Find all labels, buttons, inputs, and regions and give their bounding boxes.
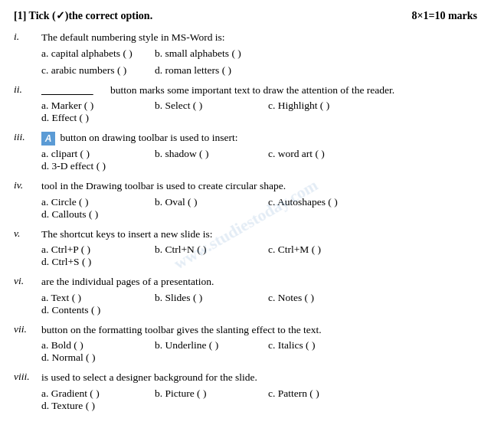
- q1-opt-c: c. arabic numbers ( ): [41, 64, 141, 77]
- question-7: vii. button on the formatting toolbar gi…: [14, 322, 477, 365]
- q2-opt-d: d. Effect ( ): [41, 112, 141, 124]
- q6-opt-b: b. Slides ( ): [155, 292, 254, 304]
- q2-options: a. Marker ( ) b. Select ( ) c. Highlight…: [41, 100, 477, 124]
- q4-options: a. Circle ( ) b. Oval ( ) c. Autoshapes …: [41, 196, 477, 221]
- q4-opt-c: c. Autoshapes ( ): [268, 196, 368, 208]
- question-6: vi. are the individual pages of a presen…: [14, 274, 477, 316]
- question-5: v. The shortcut keys to insert a new sli…: [14, 227, 477, 269]
- q2-num: ii.: [14, 83, 41, 96]
- q3-num: iii.: [14, 130, 41, 143]
- q7-opt-a: a. Bold ( ): [41, 339, 141, 352]
- q5-opt-c: c. Ctrl+M ( ): [268, 244, 368, 256]
- q3-opt-b: b. shadow ( ): [155, 148, 254, 160]
- q8-opt-c: c. Pattern ( ): [268, 388, 368, 400]
- q5-num: v.: [14, 227, 41, 240]
- q7-text: button on the formatting toolbar gives t…: [41, 322, 477, 338]
- q2-opt-c: c. Highlight ( ): [268, 100, 368, 112]
- question-4: iv. tool in the Drawing toolbar is used …: [14, 178, 477, 221]
- q7-opt-d: d. Normal ( ): [41, 352, 141, 364]
- q8-opt-b: b. Picture ( ): [155, 388, 254, 400]
- q1-opt-b: b. small alphabets ( ): [155, 47, 254, 60]
- q2-opt-b: b. Select ( ): [155, 100, 254, 112]
- q8-options: a. Gradient ( ) b. Picture ( ) c. Patter…: [41, 388, 477, 412]
- q3-opt-a: a. clipart ( ): [41, 148, 141, 160]
- q5-opt-b: b. Ctrl+N ( ): [155, 244, 254, 256]
- header-section-instruction: [1] Tick (✓)the correct option.: [14, 9, 152, 22]
- q4-text: tool in the Drawing toolbar is used to c…: [41, 178, 477, 194]
- drawing-toolbar-icon: A: [41, 132, 55, 146]
- q8-text: is used to select a designer background …: [41, 370, 477, 385]
- q1-num: i.: [14, 30, 41, 43]
- q8-opt-a: a. Gradient ( ): [41, 388, 141, 400]
- question-2: ii. __________button marks some importan…: [14, 83, 477, 125]
- q7-opt-b: b. Underline ( ): [155, 339, 254, 352]
- q1-opt-a: a. capital alphabets ( ): [41, 47, 141, 60]
- q8-opt-d: d. Texture ( ): [41, 400, 141, 412]
- q6-opt-c: c. Notes ( ): [268, 292, 368, 304]
- q7-options: a. Bold ( ) b. Underline ( ) c. Italics …: [41, 339, 477, 364]
- q1-options: a. capital alphabets ( ) b. small alphab…: [41, 47, 477, 60]
- q7-num: vii.: [14, 322, 41, 335]
- q7-opt-c: c. Italics ( ): [268, 339, 368, 352]
- q6-text: are the individual pages of a presentati…: [41, 274, 477, 289]
- q4-opt-b: b. Oval ( ): [155, 196, 254, 208]
- q1-options-2: c. arabic numbers ( ) d. roman letters (…: [41, 64, 477, 77]
- question-1: i. The default numbering style in MS-Wor…: [14, 30, 477, 77]
- q2-blank: __________: [41, 83, 110, 98]
- question-8: viii. is used to select a designer backg…: [14, 370, 477, 412]
- q2-text: __________button marks some important te…: [41, 83, 477, 98]
- q6-opt-d: d. Contents ( ): [41, 304, 141, 316]
- q1-opt-d: d. roman letters ( ): [155, 64, 254, 77]
- q6-num: vi.: [14, 274, 41, 287]
- q3-opt-c: c. word art ( ): [268, 148, 368, 160]
- q5-opt-d: d. Ctrl+S ( ): [41, 256, 141, 268]
- q5-text: The shortcut keys to insert a new slide …: [41, 227, 477, 242]
- q6-opt-a: a. Text ( ): [41, 292, 141, 304]
- q3-opt-d: d. 3-D effect ( ): [41, 160, 141, 172]
- q1-text: The default numbering style in MS-Word i…: [41, 30, 477, 45]
- q6-options: a. Text ( ) b. Slides ( ) c. Notes ( ) d…: [41, 292, 477, 316]
- q2-opt-a: a. Marker ( ): [41, 100, 141, 112]
- q8-num: viii.: [14, 370, 41, 383]
- header-marks: 8×1=10 marks: [411, 10, 477, 22]
- q5-options: a. Ctrl+P ( ) b. Ctrl+N ( ) c. Ctrl+M ( …: [41, 244, 477, 268]
- q3-text: A button on drawing toolbar is used to i…: [41, 130, 477, 146]
- q5-opt-a: a. Ctrl+P ( ): [41, 244, 141, 256]
- q3-options: a. clipart ( ) b. shadow ( ) c. word art…: [41, 148, 477, 172]
- q4-opt-a: a. Circle ( ): [41, 196, 141, 208]
- question-3: iii. A button on drawing toolbar is used…: [14, 130, 477, 172]
- q4-opt-d: d. Callouts ( ): [41, 208, 141, 221]
- header: [1] Tick (✓)the correct option. 8×1=10 m…: [14, 9, 477, 22]
- q4-num: iv.: [14, 178, 41, 191]
